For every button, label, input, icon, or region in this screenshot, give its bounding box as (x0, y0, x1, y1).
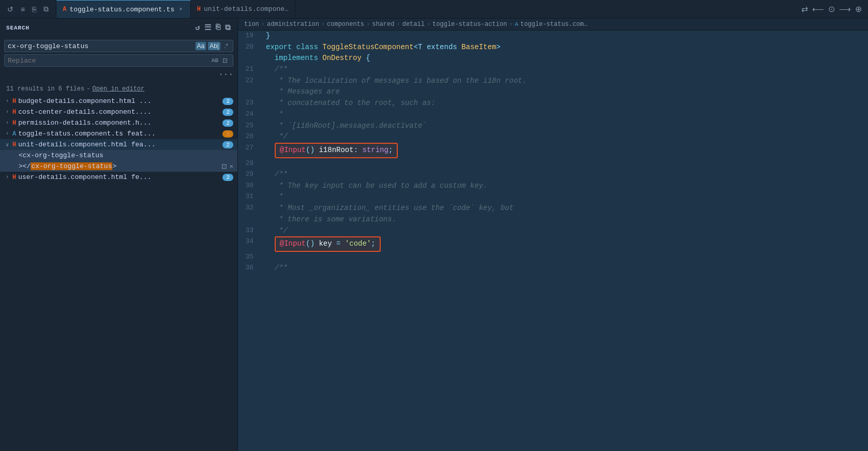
breadcrumb-part-3: components (327, 21, 364, 28)
tab-toggle-status[interactable]: A toggle-status.component.ts × (56, 0, 191, 18)
code-line-22b: * Messages are (238, 86, 868, 98)
go-forward-icon[interactable]: ⟶ (839, 4, 851, 14)
breadcrumb-sep-3: › (366, 21, 370, 28)
menu-icon[interactable]: ≡ (19, 4, 27, 14)
sidebar-header-icons: ↺ ☰ ⎘ ⧉ (195, 23, 231, 33)
code-line-32: 32 * Most _organization_ entities use th… (238, 203, 868, 214)
file-item-user[interactable]: › H user-details.component.html fe... 2 (0, 172, 237, 183)
line-content-26: */ (260, 131, 868, 143)
file-item-unit[interactable]: ∨ H unit-details.component.html fea... 2 (0, 139, 237, 150)
split-editor-icon[interactable]: ⧉ (41, 4, 51, 14)
line-num-20: 20 (238, 42, 260, 52)
line-content-32: * Most _organization_ entities use the `… (260, 203, 868, 214)
line-num-29: 29 (238, 169, 260, 179)
code-line-21: 21 /** (238, 64, 868, 76)
line-content-24: * (260, 109, 868, 121)
new-search-icon[interactable]: ⎘ (216, 23, 221, 32)
search-input-row: Aa Ab| .* (4, 40, 233, 52)
line-content-29: /** (260, 169, 868, 181)
tab-close-1[interactable]: × (177, 6, 184, 13)
breadcrumb-ts-icon: A (515, 21, 518, 27)
file-name-user: user-details.component.html fe... (18, 173, 220, 181)
search-input[interactable] (8, 42, 193, 50)
match-case-button[interactable]: Aa (196, 42, 206, 50)
file-item-permission[interactable]: › H permission-details.component.h... 2 (0, 117, 237, 128)
replace-btn-label: AB (212, 57, 218, 64)
match-highlight-34: @Input() key = 'code'; (275, 236, 381, 252)
file-item-budget[interactable]: › H budget-details.component.html ... 2 (0, 96, 237, 107)
refresh-icon[interactable]: ↺ (5, 4, 16, 14)
results-count: 11 results in 6 files (6, 85, 84, 93)
breadcrumb-part-1: tion (244, 21, 259, 28)
tab-bar: ↺ ≡ ⎘ ⧉ A toggle-status.component.ts × H… (0, 0, 868, 19)
sub-item-2[interactable]: ></cx-org-toggle-status> ⊡ × (0, 161, 237, 172)
chevron-right-icon: › (4, 98, 10, 104)
code-block: 19 } 20 export class ToggleStatusCompone… (238, 31, 868, 274)
whole-word-button[interactable]: Ab| (208, 42, 220, 50)
breadcrumb-sep-2: › (321, 21, 325, 28)
close-sub-item-button[interactable]: × (229, 162, 233, 170)
file-item-cost-center[interactable]: › H cost-center-details.component.... 2 (0, 107, 237, 117)
code-line-23: 23 * concatenated to the root, such as: (238, 98, 868, 109)
replace-all-button[interactable]: ⊡ (220, 56, 230, 65)
line-content-30: * The key input can be used to add a cus… (260, 181, 868, 192)
sub-item-icons: ⊡ × (221, 162, 233, 170)
more-options-icon[interactable]: ··· (218, 70, 233, 79)
open-sub-item-button[interactable]: ⊡ (221, 162, 227, 170)
line-num-24: 24 (238, 109, 260, 119)
line-num-30: 30 (238, 181, 260, 191)
line-num-34: 34 (238, 236, 260, 247)
match-highlight-27: @Input() i18nRoot: string; (275, 143, 398, 158)
tab-html-icon-2: H (197, 6, 201, 13)
line-num-25: 25 (238, 121, 260, 131)
breadcrumb-part-6: toggle-status-action (432, 21, 507, 28)
file-item-toggle[interactable]: › A toggle-status.component.ts feat... 1 (0, 128, 237, 139)
replace-input-row: AB ⊡ (4, 54, 233, 67)
replace-input[interactable] (8, 57, 209, 65)
line-num-26: 26 (238, 131, 260, 142)
go-back-icon[interactable]: ⟵ (812, 4, 824, 14)
line-content-31: * (260, 191, 868, 203)
collapse-results-icon[interactable]: ⧉ (225, 23, 231, 33)
breadcrumb-sep-1: › (261, 21, 265, 28)
clear-results-icon[interactable]: ☰ (204, 23, 212, 33)
line-content-22b: * Messages are (260, 86, 868, 98)
tab-bar-left-icons: ↺ ≡ ⎘ ⧉ (0, 0, 56, 18)
code-line-34: 34 @Input() key = 'code'; (238, 236, 868, 252)
breadcrumb: tion › administration › components › sha… (238, 19, 868, 31)
breadcrumb-part-7: toggle-status.com… (520, 21, 588, 28)
sidebar-header: SEARCH ↺ ☰ ⎘ ⧉ (0, 19, 237, 37)
results-separator: - (86, 85, 90, 93)
badge-toggle: 1 (222, 130, 233, 138)
open-editors-icon[interactable]: ⊕ (855, 4, 862, 14)
use-regex-button[interactable]: .* (222, 42, 230, 50)
chevron-right-icon-perm: › (4, 120, 10, 126)
tab-unit-details[interactable]: H unit-details.compone… (191, 0, 295, 18)
main-content: SEARCH ↺ ☰ ⎘ ⧉ Aa Ab| .* AB ⊡ (0, 19, 868, 451)
breadcrumb-sep-6: › (509, 21, 513, 28)
editor-area[interactable]: 19 } 20 export class ToggleStatusCompone… (238, 31, 868, 451)
file-name-toggle: toggle-status.component.ts feat... (18, 130, 220, 138)
line-num-23: 23 (238, 98, 260, 108)
open-in-editor-link[interactable]: Open in editor (92, 85, 144, 93)
tab-label-1: toggle-status.component.ts (69, 6, 174, 13)
tab-bar-right: ⇄ ⟵ ⊙ ⟶ ⊕ (801, 4, 868, 14)
breadcrumb-part-4: shared (372, 21, 394, 28)
line-num-27: 27 (238, 143, 260, 153)
timeline-icon[interactable]: ⊙ (828, 4, 835, 14)
code-line-24: 24 * (238, 109, 868, 121)
line-num-33: 33 (238, 226, 260, 236)
diff-icon[interactable]: ⇄ (801, 4, 808, 14)
code-line-36: 36 /** (238, 263, 868, 274)
refresh-results-icon[interactable]: ↺ (195, 23, 200, 33)
tabs-container: A toggle-status.component.ts × H unit-de… (56, 0, 295, 18)
sub-item-1[interactable]: <cx-org-toggle-status (0, 150, 237, 161)
code-line-25: 25 * `[i18nRoot].messages.deactivate` (238, 121, 868, 132)
new-file-icon[interactable]: ⎘ (30, 4, 38, 14)
ts-icon-toggle: A (12, 130, 16, 138)
tab-ts-icon: A (63, 6, 66, 13)
line-num-22: 22 (238, 76, 260, 86)
code-line-28: 28 (238, 158, 868, 170)
breadcrumb-part-2: administration (267, 21, 319, 28)
line-num-19: 19 (238, 31, 260, 41)
